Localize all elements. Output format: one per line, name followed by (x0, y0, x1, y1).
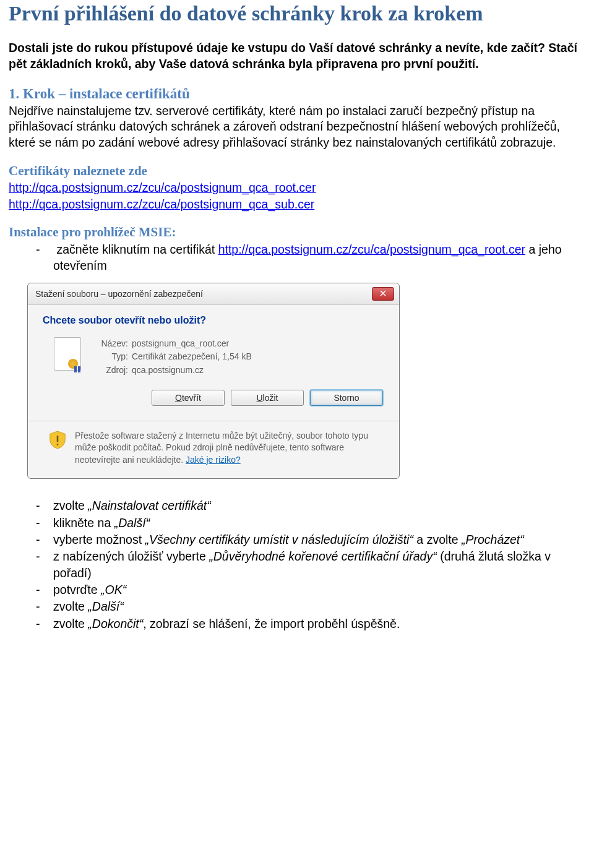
msie-intro-link[interactable]: http://qca.postsignum.cz/zcu/ca/postsign… (218, 243, 525, 256)
msie-heading: Instalace pro prohlížeč MSIE: (9, 225, 585, 240)
shield-warning-icon (49, 430, 66, 450)
msie-intro-pre: začněte kliknutím na certifikát (56, 243, 218, 256)
install-step: z nabízených úložišť vyberte „Důvěryhodn… (9, 548, 585, 581)
certificate-icon (54, 337, 81, 371)
save-button[interactable]: Uložit (231, 390, 304, 406)
install-step: vyberte možnost „Všechny certifikáty umí… (9, 531, 585, 548)
msie-intro-list: začněte kliknutím na certifikát http://q… (9, 241, 585, 274)
open-btn-rest: tevřít (182, 393, 201, 403)
cancel-button[interactable]: Storno (310, 390, 383, 406)
install-step: potvrďte „OK“ (9, 582, 585, 598)
msie-intro-item: začněte kliknutím na certifikát http://q… (9, 241, 585, 274)
page-title: První přihlášení do datové schránky krok… (9, 1, 585, 25)
install-step: zvolte „Dokončit“, zobrazí se hlášení, ž… (9, 616, 585, 632)
dialog-titlebar: Stažení souboru – upozornění zabezpečení (28, 283, 399, 305)
open-button[interactable]: Otevřít (152, 390, 225, 406)
source-value: qca.postsignum.cz (132, 365, 204, 375)
intro-paragraph: Dostali jste do rukou přístupové údaje k… (9, 40, 585, 72)
source-label: Zdroj: (92, 364, 128, 377)
dialog-title: Stažení souboru – upozornění zabezpečení (35, 289, 203, 299)
step1-body: Nejdříve nainstalujeme tzv. serverové ce… (9, 103, 585, 152)
name-label: Název: (92, 337, 128, 351)
cert-links: http://qca.postsignum.cz/zcu/ca/postsign… (9, 179, 585, 212)
install-steps-list: zvolte „Nainstalovat certifikát“klikněte… (9, 497, 585, 632)
risk-link[interactable]: Jaké je riziko? (186, 455, 241, 465)
install-step: zvolte „Nainstalovat certifikát“ (9, 497, 585, 513)
file-info: Název:postsignum_qca_root.cer Typ:Certif… (92, 337, 252, 377)
step1-heading: 1. Krok – instalace certifikátů (9, 86, 585, 102)
close-button[interactable] (372, 287, 394, 301)
svg-rect-0 (57, 436, 59, 442)
cert-link-sub[interactable]: http://qca.postsignum.cz/zcu/ca/postsign… (9, 197, 314, 211)
svg-rect-1 (57, 444, 59, 445)
type-label: Typ: (92, 350, 128, 364)
save-btn-rest: ložit (263, 393, 278, 403)
name-value: postsignum_qca_root.cer (132, 338, 229, 348)
download-dialog: Stažení souboru – upozornění zabezpečení… (27, 283, 400, 479)
warning-text: Přestože software stažený z Internetu mů… (75, 430, 388, 466)
install-step: klikněte na „Další“ (9, 515, 585, 531)
type-value: Certifikát zabezpečení, 1,54 kB (132, 351, 252, 361)
dialog-heading: Chcete soubor otevřít nebo uložit? (43, 315, 388, 326)
close-icon (380, 290, 386, 298)
cert-heading: Certifikáty naleznete zde (9, 163, 585, 179)
install-step: zvolte „Další“ (9, 598, 585, 614)
cert-link-root[interactable]: http://qca.postsignum.cz/zcu/ca/postsign… (9, 181, 316, 194)
